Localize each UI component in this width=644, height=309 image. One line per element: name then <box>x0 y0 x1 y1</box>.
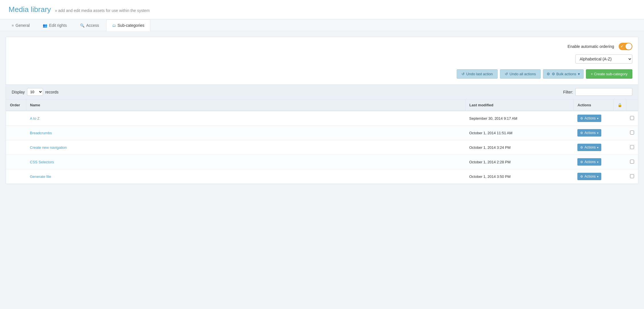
lock-header-icon: 🔒 <box>618 103 622 107</box>
actions-caret-0: ▾ <box>597 117 598 120</box>
row-link-4[interactable]: Generate file <box>30 174 51 179</box>
col-header-name: Name <box>26 99 465 111</box>
content-panel: Enable automatic ordering ✓ Alphabetical… <box>6 37 638 184</box>
row-checkbox-4[interactable] <box>630 174 634 178</box>
tab-access[interactable]: 🔍 Access <box>74 19 105 31</box>
undo-all-label: Undo all actions <box>510 72 536 76</box>
row-checkbox-0[interactable] <box>630 116 634 120</box>
undo-last-button[interactable]: ↺ Undo last action <box>457 69 498 79</box>
actions-dropdown-3: ⚙ Actions ▾ <box>577 158 601 166</box>
row-lock-3 <box>613 155 626 169</box>
row-order-2 <box>6 140 26 155</box>
row-checkbox-1[interactable] <box>630 131 634 135</box>
actions-button-4[interactable]: ⚙ Actions ▾ <box>577 173 601 180</box>
records-label: records <box>45 90 59 94</box>
actions-gear-icon-2: ⚙ <box>580 146 583 149</box>
actions-gear-icon-1: ⚙ <box>580 131 583 135</box>
records-per-page-select[interactable]: 10 25 50 100 <box>27 88 43 96</box>
row-checkbox-cell-2 <box>626 140 638 155</box>
tab-edit-rights-label: Edit rights <box>49 23 67 28</box>
actions-label-0: Actions <box>584 116 596 120</box>
page-subtitle: » add and edit media assets for use with… <box>55 8 150 13</box>
row-lock-4 <box>613 169 626 184</box>
auto-ordering-toggle[interactable]: ✓ <box>619 43 632 50</box>
tab-sub-categories[interactable]: 🗂 Sub-categories <box>106 19 150 31</box>
undo-all-button[interactable]: ↺ Undo all actions <box>500 69 541 79</box>
auto-ordering-label: Enable automatic ordering <box>568 44 614 49</box>
actions-gear-icon-4: ⚙ <box>580 175 583 178</box>
row-order-3 <box>6 155 26 169</box>
undo-last-icon: ↺ <box>462 72 465 76</box>
row-name-3: CSS Selectors <box>26 155 465 169</box>
row-lock-1 <box>613 126 626 140</box>
tab-sub-categories-label: Sub-categories <box>118 23 144 28</box>
col-header-check <box>626 99 638 111</box>
col-header-actions: Actions <box>573 99 613 111</box>
row-actions-0: ⚙ Actions ▾ <box>573 111 613 126</box>
row-order-4 <box>6 169 26 184</box>
tab-general[interactable]: ≡ General <box>6 19 36 31</box>
sub-categories-icon: 🗂 <box>112 23 116 28</box>
display-right: Filter: <box>563 88 632 96</box>
access-icon: 🔍 <box>80 23 85 28</box>
edit-rights-icon: 👥 <box>43 23 47 28</box>
row-actions-1: ⚙ Actions ▾ <box>573 126 613 140</box>
toggle-knob <box>625 43 632 50</box>
actions-caret-1: ▾ <box>597 131 598 135</box>
tab-general-label: General <box>16 23 30 28</box>
row-checkbox-cell-4 <box>626 169 638 184</box>
col-header-order: Order <box>6 99 26 111</box>
action-buttons: ↺ Undo last action ↺ Undo all actions ⚙ … <box>6 66 638 84</box>
row-modified-2: October 1, 2014 3:24 PM <box>465 140 573 155</box>
toggle-check-icon: ✓ <box>620 44 623 48</box>
tab-edit-rights[interactable]: 👥 Edit rights <box>37 19 73 31</box>
display-label: Display <box>12 90 25 94</box>
actions-label-1: Actions <box>584 131 596 135</box>
row-checkbox-cell-0 <box>626 111 638 126</box>
row-checkbox-3[interactable] <box>630 160 634 164</box>
actions-button-3[interactable]: ⚙ Actions ▾ <box>577 158 601 166</box>
filter-input[interactable] <box>575 88 632 96</box>
bulk-actions-button[interactable]: ⚙ ⚙ Bulk actions ▾ <box>543 69 584 79</box>
actions-button-2[interactable]: ⚙ Actions ▾ <box>577 144 601 151</box>
actions-button-0[interactable]: ⚙ Actions ▾ <box>577 115 601 122</box>
tabs-bar: ≡ General 👥 Edit rights 🔍 Access 🗂 Sub-c… <box>0 19 644 31</box>
table-row: CSS Selectors October 1, 2014 2:28 PM ⚙ … <box>6 155 638 169</box>
actions-gear-icon-3: ⚙ <box>580 160 583 164</box>
row-modified-3: October 1, 2014 2:28 PM <box>465 155 573 169</box>
row-lock-2 <box>613 140 626 155</box>
bulk-actions-caret: ▾ <box>578 72 580 76</box>
row-order-0 <box>6 111 26 126</box>
row-link-2[interactable]: Create new navigation <box>30 145 67 150</box>
table-header-row: Order Name Last modified Actions 🔒 <box>6 99 638 111</box>
row-lock-0 <box>613 111 626 126</box>
page-title: Media library <box>9 5 51 14</box>
data-table: Order Name Last modified Actions 🔒 A to … <box>6 99 638 184</box>
actions-dropdown-4: ⚙ Actions ▾ <box>577 173 601 180</box>
actions-caret-4: ▾ <box>597 175 598 178</box>
top-controls: Enable automatic ordering ✓ <box>6 37 638 54</box>
bulk-actions-icon: ⚙ <box>547 72 550 76</box>
sort-select[interactable]: Alphabetical (A-Z) Alphabetical (A-Z) Al… <box>575 54 632 64</box>
tab-access-label: Access <box>86 23 99 28</box>
row-actions-2: ⚙ Actions ▾ <box>573 140 613 155</box>
row-link-0[interactable]: A to Z <box>30 116 40 121</box>
create-subcategory-button[interactable]: + Create sub-category <box>586 69 632 79</box>
row-modified-1: October 1, 2014 11:51 AM <box>465 126 573 140</box>
row-link-1[interactable]: Breadcrumbs <box>30 131 52 135</box>
table-row: Breadcrumbs October 1, 2014 11:51 AM ⚙ A… <box>6 126 638 140</box>
table-row: A to Z September 30, 2014 9:17 AM ⚙ Acti… <box>6 111 638 126</box>
create-subcategory-label: + Create sub-category <box>591 72 627 76</box>
row-checkbox-cell-1 <box>626 126 638 140</box>
main-content: Enable automatic ordering ✓ Alphabetical… <box>0 31 644 190</box>
row-link-3[interactable]: CSS Selectors <box>30 160 54 164</box>
row-order-1 <box>6 126 26 140</box>
actions-button-1[interactable]: ⚙ Actions ▾ <box>577 129 601 137</box>
actions-caret-3: ▾ <box>597 160 598 164</box>
actions-label-2: Actions <box>584 145 596 149</box>
row-checkbox-2[interactable] <box>630 145 634 149</box>
row-actions-3: ⚙ Actions ▾ <box>573 155 613 169</box>
display-bar: Display 10 25 50 100 records Filter: <box>6 84 638 99</box>
actions-dropdown-1: ⚙ Actions ▾ <box>577 129 601 137</box>
actions-caret-2: ▾ <box>597 146 598 149</box>
